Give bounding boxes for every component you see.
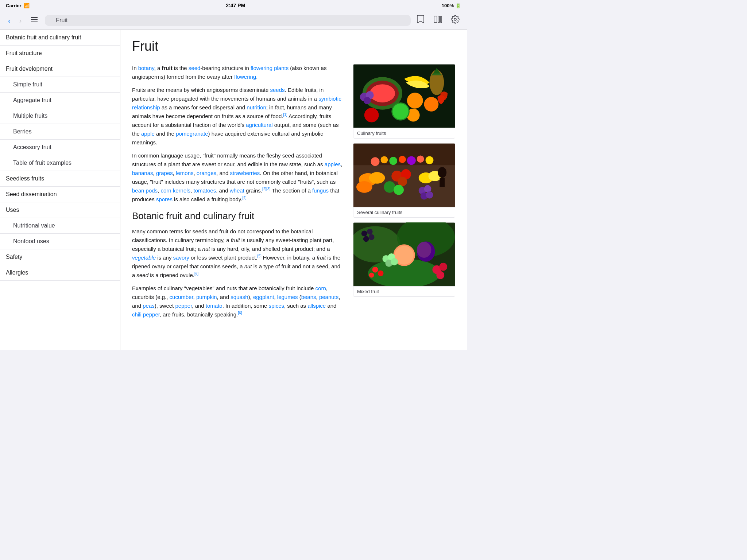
corn-link[interactable]: corn [316,285,326,291]
wifi-icon: 📶 [24,3,30,8]
sidebar-item-fruit-development[interactable]: Fruit development [0,61,120,77]
apple-link[interactable]: apple [141,131,155,137]
sidebar-item-accessory-fruit[interactable]: Accessory fruit [0,140,120,155]
svg-rect-3 [434,16,437,23]
savory-link[interactable]: savory [173,254,189,261]
sidebar-item-label: Safety [6,254,22,260]
pepper-link[interactable]: pepper [175,303,192,309]
sidebar-item-label: Table of fruit examples [13,160,71,166]
peanuts-link[interactable]: peanuts [319,294,338,300]
sidebar-item-aggregate-fruit[interactable]: Aggregate fruit [0,93,120,108]
squash-link[interactable]: squash [231,294,248,300]
sidebar-item-label: Uses [6,207,19,213]
pumpkin-link[interactable]: pumpkin [196,294,217,300]
sidebar-item-allergies[interactable]: Allergies [0,265,120,281]
sidebar-item-botanic-fruit[interactable]: Botanic fruit and culinary fruit [0,30,120,46]
spices-link[interactable]: spices [268,303,284,309]
sidebar-item-nonfood-uses[interactable]: Nonfood uses [0,234,120,249]
svg-point-25 [356,181,372,193]
section-botanic-title: Botanic fruit and culinary fruit [132,210,344,224]
status-right: 100% 🔋 [442,3,461,8]
sidebar-item-berries[interactable]: Berries [0,124,120,140]
article-title: Fruit [132,39,455,57]
flowering-plants-link[interactable]: flowering plants [251,65,289,71]
chili-pepper-link[interactable]: chili pepper [132,311,160,318]
svg-point-17 [364,108,379,122]
tomatoes-link[interactable]: tomatoes [193,187,216,194]
sidebar-item-table-fruit-examples[interactable]: Table of fruit examples [0,155,120,171]
image-culinary-fruits [353,64,455,128]
svg-point-63 [439,263,447,271]
corn-kernels-link[interactable]: corn kernels [160,187,190,194]
svg-point-45 [426,156,434,164]
symbiotic-link[interactable]: symbiotic relationship [132,96,341,110]
sidebar-item-safety[interactable]: Safety [0,249,120,265]
grapes-link[interactable]: grapes [156,170,173,176]
bookmark-button[interactable] [415,14,426,27]
svg-point-20 [364,97,371,104]
allspice-link[interactable]: allspice [307,303,326,309]
sidebar-item-label: Fruit structure [6,50,42,57]
forward-button[interactable]: › [17,15,24,26]
library-button[interactable] [432,15,444,26]
intro-paragraph: In botany, a fruit is the seed-bearing s… [132,64,344,81]
svg-point-42 [399,156,406,163]
agricultural-link[interactable]: agricultural [246,122,272,128]
svg-point-67 [369,273,374,278]
legumes-link[interactable]: legumes [277,294,298,300]
svg-rect-4 [438,16,440,23]
search-input[interactable] [45,15,411,26]
sidebar-item-label: Aggregate fruit [13,97,51,104]
sidebar-item-seedless-fruits[interactable]: Seedless fruits [0,171,120,187]
battery-label: 100% [442,3,454,8]
beans-link[interactable]: beans [301,294,316,300]
settings-button[interactable] [449,14,461,27]
sidebar-item-seed-dissemination[interactable]: Seed dissemination [0,187,120,202]
svg-point-64 [436,271,444,279]
eggplant-link[interactable]: eggplant [253,294,274,300]
sidebar-item-label: Multiple fruits [13,113,47,119]
svg-point-13 [424,97,439,112]
svg-point-36 [426,191,433,199]
sidebar-item-label: Simple fruit [13,81,42,88]
spores-link[interactable]: spores [156,196,173,202]
sidebar-item-simple-fruit[interactable]: Simple fruit [0,77,120,93]
sidebar-item-uses[interactable]: Uses [0,202,120,218]
back-button[interactable]: ‹ [6,15,13,26]
seed-link[interactable]: seed [189,65,201,71]
svg-point-43 [407,156,416,165]
sidebar-item-label: Berries [13,128,32,135]
sidebar-item-multiple-fruits[interactable]: Multiple fruits [0,108,120,124]
cucumber-link[interactable]: cucumber [170,294,193,300]
images-column: Culinary fruits [353,64,455,297]
lemons-link[interactable]: lemons [176,170,193,176]
svg-rect-38 [440,178,445,187]
status-time: 2:47 PM [226,3,245,8]
flowering-link[interactable]: flowering [234,74,256,80]
seeds-link[interactable]: seeds [270,87,285,93]
carrier-label: Carrier [6,3,22,8]
sidebar-item-label: Nutritional value [13,222,55,229]
svg-rect-5 [441,16,442,23]
svg-point-50 [361,230,367,236]
battery-icon: 🔋 [455,3,461,8]
fungus-link[interactable]: fungus [312,187,329,194]
vegetable-link[interactable]: vegetable [132,254,156,261]
peas-link[interactable]: peas [143,303,155,309]
sidebar-item-fruit-structure[interactable]: Fruit structure [0,46,120,61]
apples-link[interactable]: apples [325,161,341,167]
svg-point-40 [380,156,388,163]
bananas-link[interactable]: bananas [132,170,153,176]
sidebar-item-nutritional-value[interactable]: Nutritional value [0,218,120,234]
wheat-link[interactable]: wheat [230,187,244,194]
para2: Fruits are the means by which angiosperm… [132,86,344,147]
nutrition-link[interactable]: nutrition [247,104,266,110]
bean-pods-link[interactable]: bean pods [132,187,158,194]
pomegranate-link[interactable]: pomegranate [176,131,208,137]
tomato-link[interactable]: tomato [206,303,222,309]
sidebar: Botanic fruit and culinary fruit Fruit s… [0,30,120,350]
toc-button[interactable] [28,15,40,26]
botany-link[interactable]: botany [138,65,154,71]
oranges-link[interactable]: oranges [197,170,216,176]
strawberries-link[interactable]: strawberries [230,170,260,176]
